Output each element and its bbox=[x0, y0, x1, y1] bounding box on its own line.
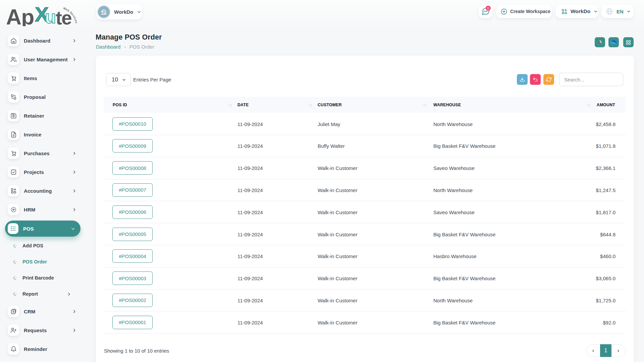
svg-text:u: u bbox=[45, 7, 56, 26]
svg-text:Ap: Ap bbox=[7, 5, 34, 26]
